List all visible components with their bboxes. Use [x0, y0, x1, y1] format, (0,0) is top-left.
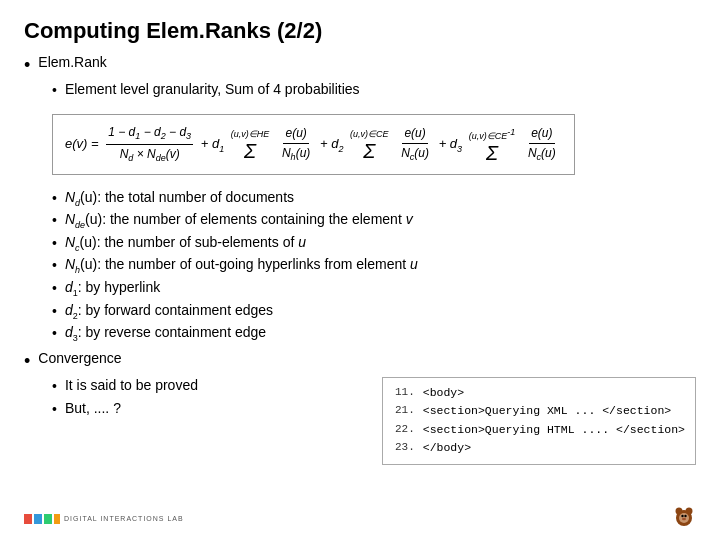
line-number: 21.: [393, 402, 415, 420]
footer-logo: DIGITAL INTERACTIONS LAB: [24, 514, 184, 524]
bullet-dot: •: [52, 211, 57, 231]
bullet-items-section: • Nd(u): the total number of documents •…: [24, 189, 696, 344]
list-item: • It is said to be proved: [52, 377, 362, 397]
footer-bear: [672, 505, 696, 532]
item-text: Nde(u): the number of elements containin…: [65, 211, 413, 230]
logo-svg: [24, 514, 60, 524]
code-line: 22. <section>Querying HTML .... </sectio…: [393, 421, 685, 439]
line-number: 22.: [393, 421, 415, 439]
item-text: Nh(u): the number of out-going hyperlink…: [65, 256, 418, 275]
item-text: Nd(u): the total number of documents: [65, 189, 294, 208]
line-text: <section>Querying XML ... </section>: [423, 402, 671, 420]
convergence-section: • Convergence • It is said to be proved …: [24, 350, 696, 465]
convergence-label: Convergence: [38, 350, 121, 366]
svg-point-8: [681, 515, 683, 517]
list-item: • Nc(u): the number of sub-elements of u: [52, 234, 696, 254]
code-line: 21. <section>Querying XML ... </section>: [393, 402, 685, 420]
svg-point-5: [676, 508, 683, 515]
svg-rect-1: [34, 514, 42, 524]
section1-item: • Elem.Rank: [24, 54, 696, 77]
bullet-dot: •: [52, 256, 57, 276]
line-number: 11.: [393, 384, 415, 402]
bullet-dot: •: [52, 324, 57, 344]
section1-label: Elem.Rank: [38, 54, 106, 70]
page-title: Computing Elem.Ranks (2/2): [24, 18, 696, 44]
item-text: Nc(u): the number of sub-elements of u: [65, 234, 306, 253]
line-text: <body>: [423, 384, 464, 402]
line-text: <section>Querying HTML .... </section>: [423, 421, 685, 439]
bullet-dot: •: [52, 400, 57, 420]
svg-point-6: [686, 508, 693, 515]
line-number: 23.: [393, 439, 415, 457]
list-item: • Nde(u): the number of elements contain…: [52, 211, 696, 231]
bullet-dot: •: [52, 302, 57, 322]
code-box: 11. <body> 21. <section>Querying XML ...…: [382, 377, 696, 465]
code-line: 23. </body>: [393, 439, 685, 457]
item-text: It is said to be proved: [65, 377, 198, 393]
svg-rect-3: [54, 514, 60, 524]
svg-point-10: [682, 518, 686, 520]
item-text: d1: by hyperlink: [65, 279, 160, 298]
code-line: 11. <body>: [393, 384, 685, 402]
svg-point-9: [684, 515, 686, 517]
bullet-dot: •: [24, 350, 30, 373]
logo-blocks: [24, 514, 60, 524]
bullet-dot: •: [52, 81, 57, 101]
list-item: • d3: by reverse containment edge: [52, 324, 696, 344]
svg-rect-0: [24, 514, 32, 524]
bottom-left: • It is said to be proved • But, .... ?: [24, 377, 362, 422]
logo-text: DIGITAL INTERACTIONS LAB: [64, 515, 184, 522]
footer: DIGITAL INTERACTIONS LAB: [24, 505, 696, 532]
item-text: But, .... ?: [65, 400, 121, 416]
list-item: • d2: by forward containment edges: [52, 302, 696, 322]
granularity-label: Element level granularity, Sum of 4 prob…: [65, 81, 360, 97]
formula: e(v) = 1 − d1 − d2 − d3 Nd × Nde(v) + d1…: [65, 136, 562, 151]
bullet-dot: •: [52, 234, 57, 254]
bullet-dot: •: [52, 377, 57, 397]
item-text: d2: by forward containment edges: [65, 302, 273, 321]
formula-box: e(v) = 1 − d1 − d2 − d3 Nd × Nde(v) + d1…: [52, 114, 575, 175]
list-item: • But, .... ?: [52, 400, 362, 420]
list-item: • d1: by hyperlink: [52, 279, 696, 299]
granularity-item: • Element level granularity, Sum of 4 pr…: [52, 81, 696, 101]
item-text: d3: by reverse containment edge: [65, 324, 266, 343]
line-text: </body>: [423, 439, 471, 457]
svg-rect-2: [44, 514, 52, 524]
bullet-dot: •: [52, 279, 57, 299]
list-item: • Nd(u): the total number of documents: [52, 189, 696, 209]
convergence-header: • Convergence: [24, 350, 696, 373]
bullet-dot: •: [24, 54, 30, 77]
bullet-dot: •: [52, 189, 57, 209]
list-item: • Nh(u): the number of out-going hyperli…: [52, 256, 696, 276]
bear-icon: [672, 505, 696, 529]
bottom-row: • It is said to be proved • But, .... ? …: [24, 377, 696, 465]
